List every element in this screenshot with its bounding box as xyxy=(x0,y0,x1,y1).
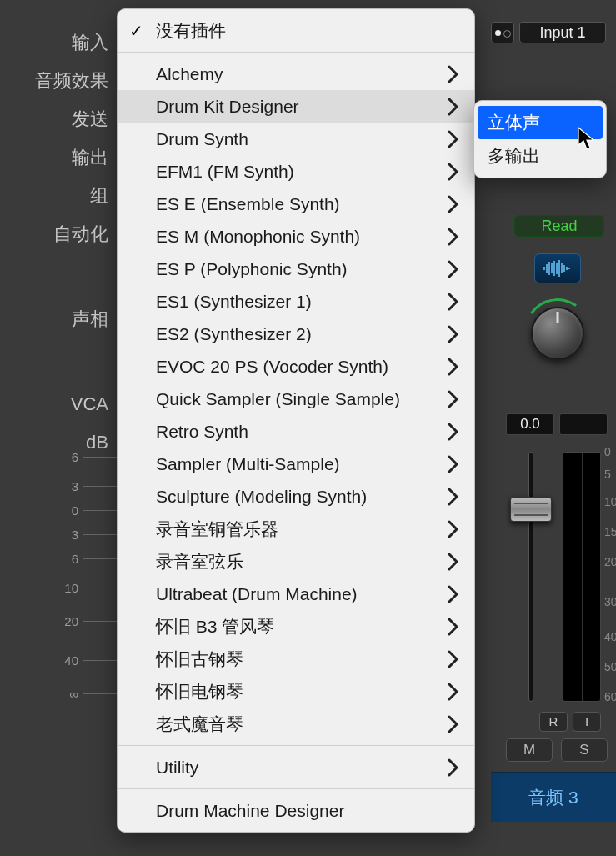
menu-item-plugin[interactable]: EVOC 20 PS (Vocoder Synth) xyxy=(118,350,474,383)
chevron-right-icon xyxy=(448,228,459,246)
menu-item-plugin[interactable]: ES P (Polyphonic Synth) xyxy=(118,253,474,285)
record-enable-button[interactable]: R xyxy=(539,712,568,732)
flex-waveform-button[interactable] xyxy=(534,253,581,283)
menu-item-label: 录音室铜管乐器 xyxy=(156,518,278,541)
level-meter xyxy=(563,452,601,702)
chevron-right-icon xyxy=(448,423,459,441)
menu-item-plugin[interactable]: Drum Synth xyxy=(118,123,474,155)
menu-item-plugin[interactable]: ES2 (Synthesizer 2) xyxy=(118,318,474,350)
menu-item-plugin[interactable]: Sampler (Multi-Sample) xyxy=(118,448,474,480)
db-tick: ∞ xyxy=(50,687,83,701)
channel-strip-labels: 输入 音频效果 发送 输出 组 自动化 声相 VCA dB xyxy=(0,0,117,462)
chevron-right-icon xyxy=(448,325,459,343)
checkmark-icon: ✓ xyxy=(129,21,143,41)
menu-item-label: 怀旧古钢琴 xyxy=(156,648,243,671)
menu-item-utility[interactable]: Utility xyxy=(118,751,474,783)
menu-item-no-plugin[interactable]: ✓ 没有插件 xyxy=(118,14,474,47)
db-tick: 6 xyxy=(50,450,83,464)
menu-item-label: 怀旧 B3 管风琴 xyxy=(156,615,274,638)
menu-item-label: Quick Sampler (Single Sample) xyxy=(156,389,400,409)
menu-item-plugin[interactable]: 怀旧古钢琴 xyxy=(118,643,474,675)
db-tick: 6 xyxy=(50,552,83,566)
menu-item-plugin[interactable]: Drum Kit Designer xyxy=(118,90,474,123)
menu-item-label: Drum Synth xyxy=(156,129,248,149)
submenu-item-multi-output[interactable]: 多输出 xyxy=(474,139,606,173)
chevron-right-icon xyxy=(448,488,459,506)
waveform-icon xyxy=(541,260,574,277)
chevron-right-icon xyxy=(448,293,459,311)
menu-item-label: Utility xyxy=(156,758,198,778)
fader-db-display[interactable]: 0.0 xyxy=(506,413,554,435)
meter-tick: 10 xyxy=(604,495,616,508)
meter-tick: 15 xyxy=(604,525,616,538)
menu-item-label: Drum Machine Designer xyxy=(156,801,344,821)
menu-item-label: 没有插件 xyxy=(156,19,226,43)
menu-item-plugin[interactable]: 老式魔音琴 xyxy=(118,708,474,740)
chevron-right-icon xyxy=(448,163,459,181)
menu-item-label: EFM1 (FM Synth) xyxy=(156,162,294,182)
menu-item-plugin[interactable]: Sculpture (Modeling Synth) xyxy=(118,480,474,513)
db-tick: 10 xyxy=(50,581,83,595)
chevron-right-icon xyxy=(448,390,459,408)
menu-item-plugin[interactable]: ES1 (Synthesizer 1) xyxy=(118,285,474,318)
menu-item-plugin[interactable]: Retro Synth xyxy=(118,415,474,448)
instrument-output-submenu[interactable]: 立体声 多输出 xyxy=(473,100,607,178)
peak-display[interactable] xyxy=(559,413,608,435)
menu-item-plugin[interactable]: ES E (Ensemble Synth) xyxy=(118,188,474,220)
volume-fader[interactable] xyxy=(506,452,556,702)
chevron-right-icon xyxy=(448,358,459,376)
menu-item-label: ES M (Monophonic Synth) xyxy=(156,227,360,247)
menu-item-plugin[interactable]: Quick Sampler (Single Sample) xyxy=(118,383,474,415)
label-audiofx: 音频效果 xyxy=(0,62,117,100)
pan-knob[interactable] xyxy=(531,307,584,360)
menu-item-label: ES2 (Synthesizer 2) xyxy=(156,324,312,344)
chevron-right-icon xyxy=(448,195,459,213)
solo-button[interactable]: S xyxy=(561,738,608,762)
input-selector[interactable]: Input 1 xyxy=(519,22,606,43)
meter-tick: 20 xyxy=(604,555,616,568)
menu-separator xyxy=(118,788,474,789)
menu-item-plugin[interactable]: Ultrabeat (Drum Machine) xyxy=(118,578,474,610)
chevron-right-icon xyxy=(448,715,459,733)
input-format-indicator[interactable] xyxy=(491,22,514,43)
menu-item-label: ES P (Polyphonic Synth) xyxy=(156,259,348,279)
menu-item-plugin[interactable]: 录音室弦乐 xyxy=(118,545,474,578)
chevron-right-icon xyxy=(448,65,459,83)
chevron-right-icon xyxy=(448,650,459,668)
menu-item-plugin[interactable]: EFM1 (FM Synth) xyxy=(118,155,474,188)
menu-item-label: Sculpture (Modeling Synth) xyxy=(156,487,367,507)
menu-item-plugin[interactable]: Alchemy xyxy=(118,58,474,90)
track-name-field[interactable]: 音频 3 xyxy=(491,772,616,822)
menu-item-plugin[interactable]: ES M (Monophonic Synth) xyxy=(118,220,474,253)
db-tick: 20 xyxy=(50,614,83,628)
menu-item-plugin[interactable]: 怀旧 B3 管风琴 xyxy=(118,610,474,643)
label-group: 组 xyxy=(0,177,117,215)
submenu-item-stereo[interactable]: 立体声 xyxy=(478,106,603,139)
chevron-right-icon xyxy=(448,758,459,777)
menu-item-plugin[interactable]: 录音室铜管乐器 xyxy=(118,513,474,545)
chevron-right-icon xyxy=(448,260,459,278)
chevron-right-icon xyxy=(448,553,459,571)
menu-item-label: Sampler (Multi-Sample) xyxy=(156,454,340,474)
automation-mode-button[interactable]: Read xyxy=(514,215,604,237)
menu-item-label: 老式魔音琴 xyxy=(156,713,243,736)
instrument-plugin-menu[interactable]: ✓ 没有插件 AlchemyDrum Kit DesignerDrum Synt… xyxy=(117,8,475,833)
label-sends: 发送 xyxy=(0,100,117,138)
db-tick: 40 xyxy=(50,653,83,668)
label-output: 输出 xyxy=(0,138,117,177)
meter-tick: 5 xyxy=(604,468,611,481)
input-monitor-button[interactable]: I xyxy=(573,712,601,732)
label-vca: VCA xyxy=(0,385,117,423)
menu-item-plugin[interactable]: 怀旧电钢琴 xyxy=(118,675,474,708)
chevron-right-icon xyxy=(448,683,459,701)
menu-item-drum-machine-designer[interactable]: Drum Machine Designer xyxy=(118,794,474,827)
menu-item-label: 录音室弦乐 xyxy=(156,550,243,573)
menu-separator xyxy=(118,52,474,53)
menu-item-label: ES1 (Synthesizer 1) xyxy=(156,292,312,312)
mute-button[interactable]: M xyxy=(506,738,553,762)
chevron-right-icon xyxy=(448,455,459,473)
menu-item-label: EVOC 20 PS (Vocoder Synth) xyxy=(156,357,388,377)
chevron-right-icon xyxy=(448,98,459,116)
meter-tick: 0 xyxy=(604,445,611,458)
fader-cap[interactable] xyxy=(510,497,552,522)
